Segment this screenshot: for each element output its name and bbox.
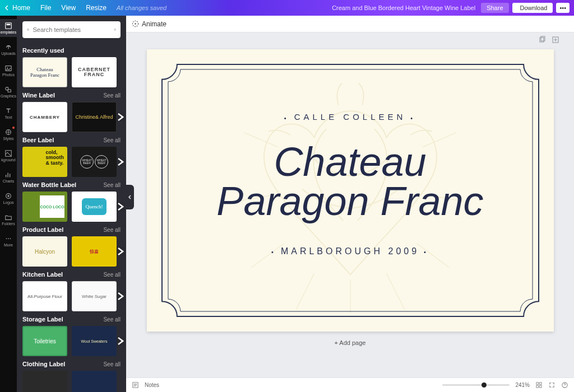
section-title: Kitchen Label: [22, 271, 63, 278]
rail-more[interactable]: More: [0, 232, 17, 250]
filter-icon[interactable]: [114, 26, 117, 33]
row-next-button[interactable]: [116, 202, 125, 211]
collapse-panel-button[interactable]: [126, 185, 134, 209]
zoom-knob[interactable]: [482, 382, 487, 388]
svg-rect-29: [539, 382, 541, 385]
file-menu[interactable]: File: [40, 4, 51, 12]
help-icon[interactable]: [561, 381, 568, 389]
notes-label[interactable]: Notes: [145, 382, 159, 388]
chevron-left-icon: [4, 5, 10, 11]
search-box[interactable]: [22, 21, 121, 38]
section-title: Clothing Label: [22, 361, 65, 367]
section-title: Water Bottle Label: [22, 181, 76, 188]
see-all-link[interactable]: See all: [103, 316, 121, 323]
animate-icon: [132, 20, 139, 27]
rail-folders[interactable]: Folders: [0, 211, 17, 228]
view-menu[interactable]: View: [61, 4, 76, 12]
template-thumb[interactable]: Halcyon: [22, 236, 67, 267]
templates-panel: Recently used ChateauParagon Franc CABER…: [17, 16, 126, 392]
animate-button[interactable]: Animate: [132, 20, 166, 28]
animate-label: Animate: [142, 20, 166, 28]
label-top-text[interactable]: •CALLE COLLEEN•: [280, 112, 420, 122]
home-button[interactable]: Home: [4, 4, 30, 12]
stage[interactable]: •CALLE COLLEEN• Chateau Paragon Franc •M…: [126, 32, 574, 377]
see-all-link[interactable]: See all: [103, 227, 121, 233]
chevron-left-icon: [128, 195, 132, 199]
search-input[interactable]: [33, 26, 110, 33]
row-next-button[interactable]: [116, 113, 125, 122]
template-thumb[interactable]: cold,smooth& tasty.: [22, 147, 67, 177]
template-thumb[interactable]: COCO LOCO: [22, 192, 67, 222]
notes-icon[interactable]: [132, 381, 139, 389]
section-title: Beer Label: [22, 137, 54, 143]
tool-rail: emplates Uploads Photos Graphics Text St…: [0, 16, 17, 392]
see-all-link[interactable]: See all: [103, 272, 121, 278]
section-title: Storage Label: [22, 316, 63, 323]
see-all-link[interactable]: See all: [103, 361, 121, 367]
see-all-link[interactable]: See all: [103, 182, 121, 188]
svg-rect-28: [536, 382, 539, 385]
template-thumb[interactable]: CABERNETFRANC: [72, 57, 117, 87]
rail-photos[interactable]: Photos: [0, 62, 17, 80]
rail-background[interactable]: kground: [0, 147, 17, 165]
template-thumb[interactable]: Quench!: [72, 192, 117, 222]
template-thumb[interactable]: Christine& Alfred: [72, 102, 117, 132]
download-button[interactable]: Download: [512, 3, 553, 13]
grid-view-icon[interactable]: [535, 381, 543, 389]
label-content[interactable]: •CALLE COLLEEN• Chateau Paragon Franc •M…: [147, 49, 554, 332]
template-thumb[interactable]: [22, 371, 67, 392]
resize-menu[interactable]: Resize: [86, 4, 107, 12]
home-label: Home: [12, 4, 30, 12]
more-button[interactable]: •••: [556, 3, 570, 13]
zoom-slider[interactable]: [442, 384, 510, 386]
canvas-page[interactable]: •CALLE COLLEEN• Chateau Paragon Franc •M…: [147, 49, 554, 332]
label-main-text[interactable]: Chateau Paragon Franc: [216, 141, 483, 222]
svg-point-13: [27, 29, 29, 30]
zoom-level: 241%: [515, 382, 530, 388]
svg-rect-15: [540, 38, 544, 42]
see-all-link[interactable]: See all: [103, 137, 121, 143]
fullscreen-icon[interactable]: [548, 381, 556, 389]
svg-rect-30: [536, 385, 539, 388]
row-next-button[interactable]: [116, 247, 125, 256]
template-thumb[interactable]: ChateauParagon Franc: [22, 57, 67, 87]
label-bottom-text[interactable]: •MARLBOROUGH 2009•: [267, 246, 433, 256]
rail-templates[interactable]: emplates: [0, 19, 17, 37]
template-thumb[interactable]: White Sugar: [72, 281, 117, 311]
template-thumb[interactable]: WHEAT BEERWHEAT BEER: [72, 147, 117, 177]
top-bar: Home File View Resize All changes saved …: [0, 0, 574, 16]
share-button[interactable]: Share: [481, 3, 508, 13]
canvas-area: Animate: [126, 16, 574, 392]
add-page-icon[interactable]: [552, 36, 559, 44]
save-status: All changes saved: [117, 4, 166, 11]
rail-text[interactable]: Text: [0, 104, 17, 122]
template-thumb[interactable]: CHAMBERY: [22, 102, 67, 132]
template-thumb[interactable]: All-Purpose Flour: [22, 281, 67, 311]
svg-point-9: [7, 195, 10, 197]
rail-uploads[interactable]: Uploads: [0, 40, 17, 58]
section-title: Wine Label: [22, 92, 55, 99]
rail-charts[interactable]: Charts: [0, 168, 17, 186]
row-next-button[interactable]: [116, 157, 125, 166]
rail-graphics[interactable]: Graphics: [0, 83, 17, 101]
template-thumb[interactable]: 惊喜: [72, 236, 117, 267]
row-next-button[interactable]: [116, 337, 125, 346]
row-next-button[interactable]: [116, 292, 125, 301]
see-all-link[interactable]: See all: [103, 92, 121, 99]
svg-point-11: [8, 238, 9, 239]
document-title[interactable]: Cream and Blue Bordered Heart Vintage Wi…: [332, 4, 475, 11]
svg-rect-1: [7, 24, 11, 26]
template-thumb[interactable]: Toiletries: [22, 326, 67, 356]
add-page-button[interactable]: + Add page: [126, 339, 574, 346]
rail-logos[interactable]: Logos: [0, 189, 17, 207]
template-thumb[interactable]: [72, 371, 117, 392]
svg-point-3: [7, 67, 8, 68]
page-tools: [538, 36, 559, 44]
duplicate-page-icon[interactable]: [538, 36, 546, 44]
section-title: Recently used: [22, 47, 64, 54]
template-thumb[interactable]: Wool Sweaters: [72, 326, 117, 356]
svg-point-12: [10, 238, 11, 239]
svg-rect-5: [8, 90, 11, 92]
status-bar: Notes 241%: [126, 377, 574, 392]
rail-styles[interactable]: Styles: [0, 125, 17, 143]
